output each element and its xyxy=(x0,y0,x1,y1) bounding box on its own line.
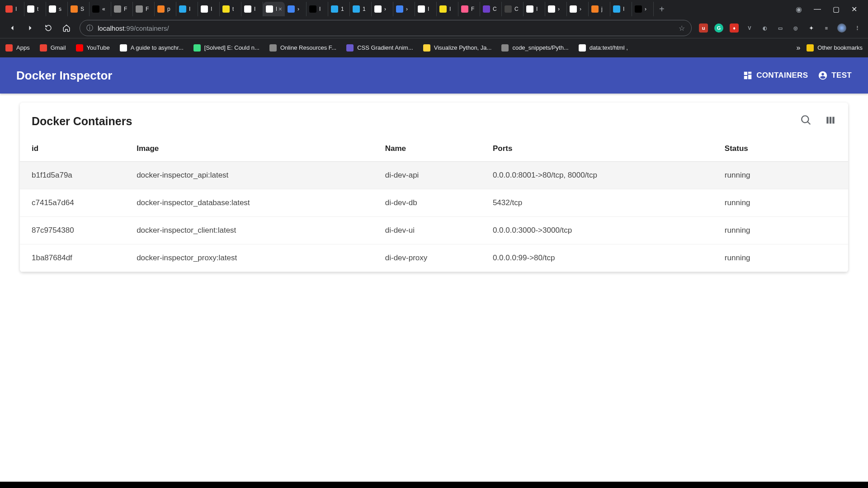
browser-tab[interactable]: I xyxy=(241,2,263,16)
browser-tab[interactable]: D× xyxy=(263,2,285,16)
col-header-name[interactable]: Name xyxy=(376,136,484,162)
back-button[interactable] xyxy=(5,20,20,36)
profile-avatar-icon[interactable] xyxy=(837,23,846,33)
browser-tab[interactable]: « xyxy=(90,2,111,16)
bookmark-item[interactable]: Visualize Python, Ja... xyxy=(423,44,492,52)
home-button[interactable] xyxy=(59,20,74,36)
columns-icon[interactable] xyxy=(825,114,836,128)
tab-label: I xyxy=(623,6,624,12)
browser-tab[interactable]: t xyxy=(24,2,46,16)
bookmark-label: Gmail xyxy=(51,44,66,51)
browser-tab[interactable]: I xyxy=(415,2,437,16)
bookmarks-bar: AppsGmailYouTubeA guide to asynchr...[So… xyxy=(0,38,868,57)
chromecast-icon[interactable]: ◉ xyxy=(796,5,802,14)
vue-devtools-icon[interactable]: V xyxy=(745,23,754,33)
bookmark-item[interactable]: YouTube xyxy=(76,44,110,52)
table-row[interactable]: 87c9754380docker-inspector_client:latest… xyxy=(20,217,848,244)
extension-icon-4[interactable]: ◎ xyxy=(791,23,800,33)
reload-button[interactable] xyxy=(41,20,56,36)
table-row[interactable]: 1ba87684dfdocker-inspector_proxy:latestd… xyxy=(20,244,848,272)
col-header-id[interactable]: id xyxy=(20,136,127,162)
tab-favicon xyxy=(5,5,13,13)
browser-tab[interactable]: j xyxy=(589,2,610,16)
new-tab-button[interactable]: + xyxy=(655,4,669,14)
browser-tab[interactable]: t xyxy=(220,2,241,16)
ublock-icon[interactable]: u xyxy=(699,23,708,33)
tab-favicon xyxy=(244,5,251,13)
browser-tab[interactable]: I xyxy=(524,2,545,16)
search-icon[interactable] xyxy=(800,114,812,128)
tab-favicon xyxy=(374,5,382,13)
chrome-menu-icon[interactable]: ⋮ xyxy=(853,23,862,33)
bookmark-item[interactable]: CSS Gradient Anim... xyxy=(346,44,413,52)
browser-tab[interactable]: F xyxy=(111,2,133,16)
bookmark-star-icon[interactable]: ☆ xyxy=(679,24,685,33)
browser-tab[interactable]: C xyxy=(480,2,502,16)
browser-tab[interactable]: S xyxy=(68,2,90,16)
bookmark-label: code_snippets/Pyth... xyxy=(512,44,568,51)
browser-tab[interactable]: › xyxy=(545,2,567,16)
tab-favicon xyxy=(331,5,338,13)
tab-favicon xyxy=(309,5,316,13)
tab-label: I xyxy=(536,6,538,12)
bookmark-item[interactable]: A guide to asynchr... xyxy=(120,44,184,52)
browser-tab[interactable]: I xyxy=(198,2,220,16)
address-bar[interactable]: ⓘ localhost:99/containers/ ☆ xyxy=(80,20,692,36)
bookmark-favicon xyxy=(269,44,277,52)
browser-tab[interactable]: I xyxy=(3,2,24,16)
col-header-ports[interactable]: Ports xyxy=(484,136,716,162)
browser-tab[interactable]: I xyxy=(610,2,632,16)
browser-tab[interactable]: C xyxy=(502,2,524,16)
browser-tab[interactable]: F xyxy=(133,2,155,16)
tab-favicon xyxy=(418,5,425,13)
extensions-puzzle-icon[interactable]: ✦ xyxy=(807,23,816,33)
browser-tab[interactable]: I xyxy=(176,2,198,16)
browser-tab[interactable]: › xyxy=(567,2,589,16)
browser-tab[interactable]: › xyxy=(393,2,415,16)
tab-label: « xyxy=(102,6,105,12)
containers-card: Docker Containers id Image Name Ports St… xyxy=(20,103,848,272)
window-minimize-icon[interactable]: — xyxy=(814,5,821,13)
bookmark-item[interactable]: code_snippets/Pyth... xyxy=(501,44,568,52)
cell-image: docker-inspector_database:latest xyxy=(127,189,376,217)
browser-tab[interactable]: 1 xyxy=(328,2,350,16)
cell-ports: 0.0.0.0:3000->3000/tcp xyxy=(484,217,716,244)
tab-label: p xyxy=(167,6,170,12)
window-close-icon[interactable]: ✕ xyxy=(851,5,857,14)
extension-icon[interactable]: ♦ xyxy=(730,23,739,33)
window-maximize-icon[interactable]: ▢ xyxy=(833,5,840,14)
browser-tab[interactable]: p xyxy=(155,2,176,16)
extension-icon-2[interactable]: ◐ xyxy=(760,23,769,33)
other-bookmarks-folder[interactable]: Other bookmarks xyxy=(807,44,863,52)
reading-list-icon[interactable]: ≡ xyxy=(822,23,831,33)
browser-tab[interactable]: › xyxy=(285,2,307,16)
browser-tab[interactable]: I xyxy=(437,2,458,16)
col-header-status[interactable]: Status xyxy=(716,136,848,162)
bookmark-item[interactable]: data:text/html , xyxy=(579,44,628,52)
extension-icon-3[interactable]: ▭ xyxy=(776,23,785,33)
site-info-icon[interactable]: ⓘ xyxy=(86,24,93,33)
nav-containers-link[interactable]: CONTAINERS xyxy=(743,70,808,80)
bookmarks-overflow-icon[interactable]: » xyxy=(796,44,800,52)
browser-tab[interactable]: 1 xyxy=(350,2,372,16)
table-row[interactable]: b1f1d5a79adocker-inspector_api:latestdi-… xyxy=(20,162,848,189)
nav-test-link[interactable]: TEST xyxy=(818,70,852,80)
tab-close-icon[interactable]: × xyxy=(278,5,282,13)
bookmark-item[interactable]: Apps xyxy=(5,44,30,52)
bookmark-item[interactable]: Online Resources F... xyxy=(269,44,336,52)
bookmark-item[interactable]: Gmail xyxy=(40,44,66,52)
browser-tab[interactable]: F xyxy=(458,2,480,16)
grammarly-icon[interactable]: G xyxy=(714,23,723,33)
forward-button[interactable] xyxy=(23,20,38,36)
tab-label: F xyxy=(471,6,474,12)
bookmark-favicon xyxy=(346,44,354,52)
table-row[interactable]: c7415a7d64docker-inspector_database:late… xyxy=(20,189,848,217)
browser-tab[interactable]: I xyxy=(307,2,328,16)
tab-favicon xyxy=(71,5,78,13)
bookmark-item[interactable]: [Solved] E: Could n... xyxy=(193,44,259,52)
cell-image: docker-inspector_client:latest xyxy=(127,217,376,244)
col-header-image[interactable]: Image xyxy=(127,136,376,162)
browser-tab[interactable]: s xyxy=(46,2,68,16)
browser-tab[interactable]: › xyxy=(372,2,393,16)
browser-tab[interactable]: › xyxy=(632,2,654,16)
